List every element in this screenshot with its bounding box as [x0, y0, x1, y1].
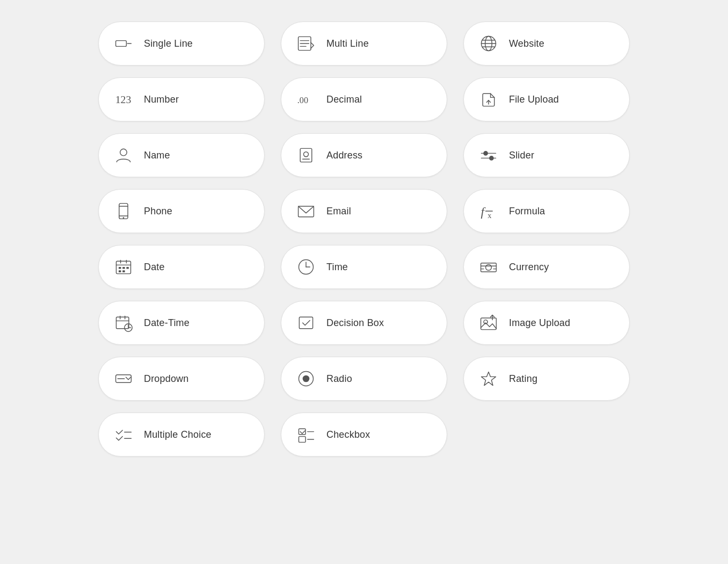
field-btn-date-time[interactable]: Date-Time — [98, 301, 265, 345]
field-label-decision-box: Decision Box — [326, 317, 384, 329]
name-icon — [112, 143, 135, 167]
svg-rect-54 — [299, 317, 312, 329]
field-label-phone: Phone — [144, 206, 172, 217]
field-label-date: Date — [144, 262, 165, 273]
date-icon — [112, 255, 135, 279]
single-line-icon — [112, 32, 135, 55]
field-btn-date[interactable]: Date — [98, 245, 265, 289]
field-btn-phone[interactable]: Phone — [98, 189, 265, 233]
svg-text:.00: .00 — [297, 96, 308, 105]
checkbox-icon — [294, 423, 318, 446]
svg-point-16 — [304, 152, 309, 157]
svg-point-61 — [303, 375, 310, 382]
svg-rect-0 — [116, 41, 127, 47]
svg-rect-47 — [117, 317, 129, 329]
field-btn-website[interactable]: Website — [463, 21, 630, 66]
field-label-currency: Currency — [509, 262, 549, 273]
field-label-address: Address — [326, 150, 362, 161]
field-btn-address[interactable]: Address — [281, 133, 447, 177]
field-btn-formula[interactable]: fxFormula — [463, 189, 630, 233]
field-label-image-upload: Image Upload — [509, 317, 570, 329]
field-label-multiple-choice: Multiple Choice — [144, 429, 212, 440]
svg-point-14 — [120, 149, 127, 156]
field-label-file-upload: File Upload — [509, 94, 559, 105]
field-label-rating: Rating — [509, 373, 537, 385]
svg-point-19 — [484, 151, 487, 155]
field-label-radio: Radio — [326, 373, 352, 385]
svg-rect-35 — [122, 267, 125, 269]
field-label-slider: Slider — [509, 150, 534, 161]
field-btn-number[interactable]: 123Number — [98, 77, 265, 121]
dropdown-icon — [112, 367, 135, 391]
time-icon — [294, 255, 318, 279]
field-label-formula: Formula — [509, 206, 545, 217]
website-icon — [477, 32, 500, 55]
field-btn-file-upload[interactable]: File Upload — [463, 77, 630, 121]
field-btn-single-line[interactable]: Single Line — [98, 21, 265, 66]
svg-text:123: 123 — [115, 93, 132, 105]
svg-rect-22 — [119, 204, 128, 219]
image-upload-icon — [477, 311, 500, 335]
field-label-number: Number — [144, 94, 179, 105]
svg-text:x: x — [487, 211, 492, 220]
svg-point-25 — [123, 217, 125, 219]
svg-point-21 — [490, 156, 493, 160]
decision-box-icon — [294, 311, 318, 335]
currency-icon — [477, 255, 500, 279]
address-icon — [294, 143, 318, 167]
field-btn-name[interactable]: Name — [98, 133, 265, 177]
svg-point-43 — [486, 265, 492, 271]
number-icon: 123 — [112, 88, 135, 111]
field-btn-email[interactable]: Email — [281, 189, 447, 233]
field-btn-multi-line[interactable]: Multi Line — [281, 21, 447, 66]
field-label-email: Email — [326, 206, 351, 217]
svg-rect-37 — [119, 270, 121, 272]
radio-icon — [294, 367, 318, 391]
field-btn-multiple-choice[interactable]: Multiple Choice — [98, 413, 265, 457]
field-btn-rating[interactable]: Rating — [463, 357, 630, 401]
field-label-multi-line: Multi Line — [326, 38, 369, 49]
field-label-single-line: Single Line — [144, 38, 193, 49]
svg-rect-15 — [300, 148, 312, 162]
phone-icon — [112, 199, 135, 223]
email-icon — [294, 199, 318, 223]
field-btn-slider[interactable]: Slider — [463, 133, 630, 177]
field-label-website: Website — [509, 38, 544, 49]
field-btn-dropdown[interactable]: Dropdown — [98, 357, 265, 401]
svg-rect-36 — [126, 267, 129, 269]
svg-rect-55 — [481, 318, 497, 330]
field-btn-checkbox[interactable]: Checkbox — [281, 413, 447, 457]
field-label-dropdown: Dropdown — [144, 373, 189, 385]
date-time-icon — [112, 311, 135, 335]
field-btn-decision-box[interactable]: Decision Box — [281, 301, 447, 345]
file-upload-icon — [477, 88, 500, 111]
field-label-checkbox: Checkbox — [326, 429, 370, 440]
svg-rect-66 — [299, 437, 306, 443]
field-label-time: Time — [326, 262, 348, 273]
field-btn-currency[interactable]: Currency — [463, 245, 630, 289]
multiple-choice-icon — [112, 423, 135, 446]
field-btn-image-upload[interactable]: Image Upload — [463, 301, 630, 345]
field-btn-time[interactable]: Time — [281, 245, 447, 289]
svg-rect-34 — [119, 267, 121, 269]
field-label-decimal: Decimal — [326, 94, 362, 105]
formula-icon: fx — [477, 199, 500, 223]
slider-icon — [477, 143, 500, 167]
svg-rect-38 — [122, 270, 125, 272]
field-type-grid: Single LineMulti LineWebsite123Number.00… — [98, 21, 630, 457]
field-btn-decimal[interactable]: .00Decimal — [281, 77, 447, 121]
field-label-date-time: Date-Time — [144, 317, 190, 329]
rating-icon — [477, 367, 500, 391]
svg-marker-62 — [482, 372, 496, 385]
decimal-icon: .00 — [294, 88, 318, 111]
multi-line-icon — [294, 32, 318, 55]
svg-text:f: f — [481, 205, 486, 219]
field-label-name: Name — [144, 150, 170, 161]
field-btn-radio[interactable]: Radio — [281, 357, 447, 401]
